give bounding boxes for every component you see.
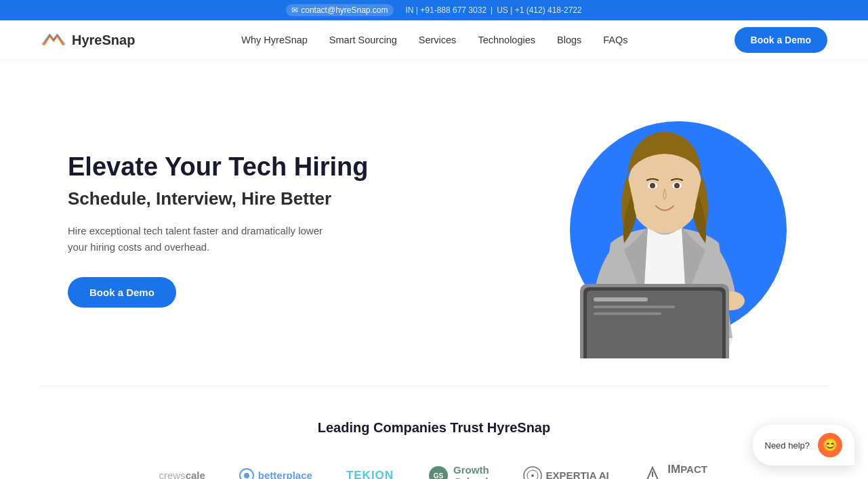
- growthschool-icon: GS: [428, 465, 449, 480]
- nav-link-technologies[interactable]: Technologies: [478, 35, 535, 45]
- svg-rect-13: [594, 297, 648, 301]
- tekion-logo-text: TEKION: [346, 469, 394, 480]
- trusted-section: Leading Companies Trust HyreSnap crewsca…: [0, 386, 868, 479]
- logo-growthschool: GS GrowthSchool: [428, 464, 489, 480]
- top-bar: ✉ contact@hyreSnap.com IN | +91-888 677 …: [0, 0, 868, 20]
- hero-section: Elevate Your Tech Hiring Schedule, Inter…: [0, 60, 868, 386]
- nav-link-why[interactable]: Why HyreSnap: [241, 35, 308, 45]
- logo-tekion: TEKION: [346, 469, 394, 480]
- logo-crewscale: crewscale: [159, 470, 205, 479]
- hero-person-illustration: [543, 108, 787, 358]
- trusted-heading: Leading Companies Trust HyreSnap: [41, 420, 827, 436]
- nav-link-faqs[interactable]: FAQs: [603, 35, 627, 45]
- nav-item-why[interactable]: Why HyreSnap: [241, 34, 308, 46]
- nav-item-sourcing[interactable]: Smart Sourcing: [329, 34, 397, 46]
- svg-rect-15: [594, 312, 661, 315]
- logo-text: HyreSnap: [72, 33, 135, 48]
- nav-item-services[interactable]: Services: [419, 34, 457, 46]
- hero-image: [502, 101, 800, 358]
- navbar: HyreSnap Why HyreSnap Smart Sourcing Ser…: [0, 20, 868, 60]
- nav-book-demo-button[interactable]: Book a Demo: [735, 27, 827, 53]
- svg-point-18: [244, 473, 249, 478]
- phone-in: IN | +91-888 677 3032: [406, 5, 487, 15]
- hero-subtitle: Schedule, Interview, Hire Better: [68, 188, 368, 209]
- nav-item-blogs[interactable]: Blogs: [557, 34, 581, 46]
- hero-content: Elevate Your Tech Hiring Schedule, Inter…: [68, 152, 368, 308]
- email-contact[interactable]: ✉ contact@hyreSnap.com: [286, 4, 393, 16]
- logo-expertia: EXPERTIA AI: [523, 466, 609, 480]
- chat-avatar[interactable]: 😊: [818, 433, 842, 457]
- impact-logo-text: IMPACT ANALYTICS: [666, 463, 709, 479]
- svg-text:GS: GS: [434, 472, 444, 480]
- logo-impact: IMPACT ANALYTICS: [643, 463, 709, 479]
- logo[interactable]: HyreSnap: [41, 30, 135, 49]
- betterplace-logo-text: betterplace: [258, 470, 312, 479]
- svg-point-5: [650, 183, 655, 188]
- nav-link-sourcing[interactable]: Smart Sourcing: [329, 35, 397, 45]
- growthschool-logo-text: GrowthSchool: [453, 464, 489, 480]
- logo-betterplace: betterplace: [239, 468, 312, 480]
- expertia-logo-text: EXPERTIA AI: [546, 470, 609, 479]
- nav-item-faqs[interactable]: FAQs: [603, 34, 627, 46]
- email-icon: ✉: [291, 5, 298, 15]
- chat-widget[interactable]: Need help? 😊: [753, 425, 855, 465]
- impact-icon: [643, 466, 662, 480]
- svg-rect-14: [594, 306, 675, 308]
- nav-item-technologies[interactable]: Technologies: [478, 34, 535, 46]
- nav-link-blogs[interactable]: Blogs: [557, 35, 581, 45]
- crewscale-logo-text: crewscale: [159, 470, 205, 479]
- hero-book-demo-button[interactable]: Book a Demo: [68, 277, 176, 308]
- email-address: contact@hyreSnap.com: [301, 5, 388, 15]
- nav-link-services[interactable]: Services: [419, 35, 457, 45]
- logo-icon: [41, 30, 66, 49]
- phone-us: US | +1 (412) 418-2722: [497, 5, 582, 15]
- betterplace-icon: [239, 468, 254, 480]
- expertia-icon: [523, 466, 542, 480]
- nav-links: Why HyreSnap Smart Sourcing Services Tec…: [241, 34, 627, 46]
- svg-point-23: [531, 474, 534, 477]
- phone-contacts: IN | +91-888 677 3032 | US | +1 (412) 41…: [406, 5, 582, 15]
- separator: |: [491, 5, 493, 15]
- svg-point-7: [674, 183, 680, 188]
- chat-avatar-icon: 😊: [823, 438, 838, 453]
- hero-title: Elevate Your Tech Hiring: [68, 152, 368, 183]
- trusted-logos: crewscale betterplace TEKION GS GrowthSc…: [41, 463, 827, 479]
- hero-description: Hire exceptional tech talent faster and …: [68, 223, 339, 255]
- svg-point-21: [524, 467, 541, 480]
- chat-label: Need help?: [765, 440, 810, 451]
